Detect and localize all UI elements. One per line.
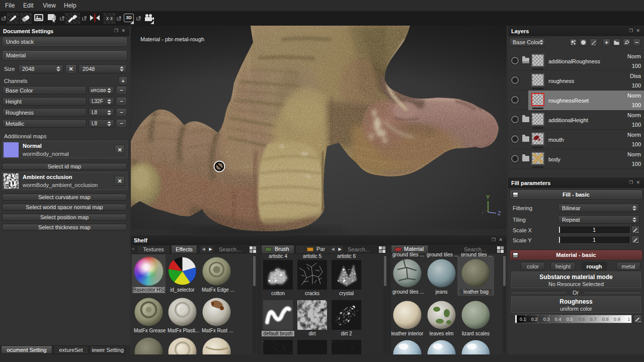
svg-text:Y: Y: [486, 194, 490, 200]
svg-text:0.9: 0.9: [614, 317, 620, 322]
svg-text:0.5: 0.5: [567, 317, 573, 322]
svg-text:0.1: 0.1: [520, 317, 526, 322]
svg-text:0.2: 0.2: [531, 317, 538, 322]
svg-text:0.7: 0.7: [590, 317, 597, 322]
svg-text:0.8: 0.8: [602, 317, 609, 322]
svg-text:Z: Z: [498, 210, 501, 216]
svg-text:1: 1: [627, 317, 630, 322]
svg-text:0.3: 0.3: [543, 317, 550, 322]
svg-text:0.4: 0.4: [555, 317, 561, 322]
svg-text:0.6: 0.6: [579, 317, 585, 322]
svg-text:x: x: [481, 210, 484, 215]
